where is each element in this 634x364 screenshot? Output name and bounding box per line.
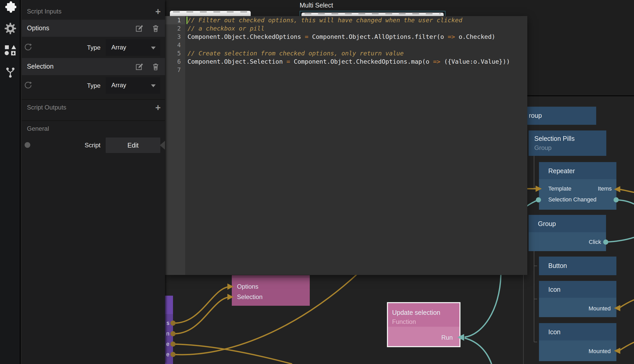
node-library-icon[interactable] <box>4 44 16 56</box>
input-name: Selection <box>27 63 54 70</box>
arrow-run <box>457 334 464 341</box>
delete-icon[interactable] <box>152 62 160 71</box>
properties-panel: Script Inputs + Options Type Array Selec… <box>22 0 165 364</box>
arrow-icon2-mounted <box>614 348 620 354</box>
dot-click[interactable] <box>603 239 608 245</box>
popover-arrow <box>160 141 165 150</box>
input-row-selection[interactable]: Selection <box>22 58 165 75</box>
arrow-selection <box>227 294 234 300</box>
code-line[interactable]: // Filter out checked options, this will… <box>188 16 462 24</box>
dot-selection-changed-right[interactable] <box>614 197 619 202</box>
code-editor[interactable]: 1234567 // Filter out checked options, t… <box>165 16 527 275</box>
code-line[interactable]: // a checkbox or pill <box>188 24 264 33</box>
add-output-button[interactable]: + <box>153 102 163 113</box>
chevron-down-icon <box>151 47 156 49</box>
components-tab-icon[interactable] <box>4 1 16 13</box>
dot-purple-port-3[interactable] <box>170 341 176 347</box>
edit-icon[interactable] <box>135 62 143 71</box>
delete-icon[interactable] <box>152 24 160 32</box>
input-name: Options <box>27 24 49 32</box>
section-script-outputs: Script Outputs <box>27 104 66 111</box>
type-dropdown-selection[interactable]: Array <box>106 77 160 94</box>
type-label: Type <box>62 44 100 51</box>
add-input-button[interactable]: + <box>153 6 163 17</box>
type-dropdown-options[interactable]: Array <box>106 39 160 56</box>
edit-icon[interactable] <box>135 24 143 32</box>
arrow-options <box>227 283 234 290</box>
dropdown-value: Array <box>111 44 126 51</box>
dropdown-value: Array <box>111 82 126 89</box>
script-label: Script <box>62 142 100 149</box>
dot-purple-port-1[interactable] <box>170 321 176 326</box>
reset-icon[interactable] <box>24 43 32 52</box>
section-script-inputs: Script Inputs <box>27 8 61 15</box>
divider <box>22 99 165 100</box>
code-line[interactable]: Component.Object.Selection = Component.O… <box>188 57 510 66</box>
edit-script-button[interactable]: Edit <box>106 137 160 153</box>
line-number: 5 <box>165 49 185 57</box>
code-line[interactable]: // Create selection from checked options… <box>188 49 404 57</box>
arrow-items <box>614 186 620 192</box>
divider <box>22 120 165 121</box>
script-port-dot[interactable] <box>25 142 30 148</box>
editor-caret <box>186 17 188 24</box>
settings-gear-icon[interactable] <box>4 23 16 34</box>
line-number: 4 <box>165 41 185 49</box>
line-number: 7 <box>165 66 185 74</box>
line-number: 6 <box>165 57 185 66</box>
app-window: Multi Select <box>0 0 634 364</box>
dot-selection-changed-left[interactable] <box>536 197 541 202</box>
arrow-icon1-mounted <box>614 305 620 311</box>
code-line[interactable]: Component.Object.CheckedOptions = Compon… <box>188 33 495 41</box>
editor-gutter: 1234567 <box>165 16 185 275</box>
dot-purple-port-2[interactable] <box>170 331 176 336</box>
line-number: 2 <box>165 24 185 33</box>
teal-arrowheads <box>457 334 464 341</box>
reset-icon[interactable] <box>24 81 32 90</box>
arrow-template <box>536 186 542 192</box>
line-number: 1 <box>165 16 185 24</box>
dot-purple-port-4[interactable] <box>170 352 176 357</box>
icon-sidebar <box>0 0 21 364</box>
version-control-icon[interactable] <box>4 66 16 78</box>
section-general: General <box>27 125 49 132</box>
line-number: 3 <box>165 33 185 41</box>
chevron-down-icon <box>151 84 156 87</box>
type-label: Type <box>62 82 100 89</box>
input-row-options[interactable]: Options <box>22 20 165 37</box>
